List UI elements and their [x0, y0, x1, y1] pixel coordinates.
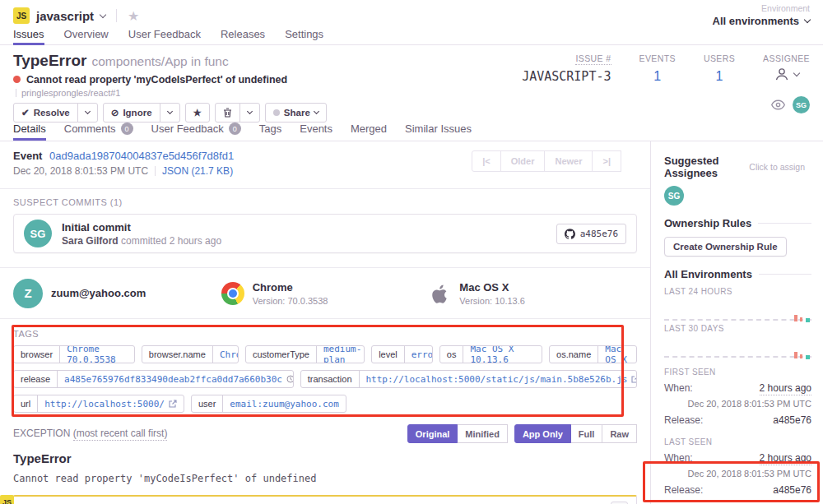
nav-item[interactable]: Issues — [13, 28, 44, 45]
stacktrace-toggle-button[interactable]: Minified — [457, 424, 508, 443]
project-name[interactable]: javascript — [36, 9, 94, 23]
pagination-button[interactable]: Newer — [544, 150, 593, 172]
suggested-assignee-avatar[interactable]: SG — [664, 186, 684, 206]
os-name: Mac OS X — [459, 281, 525, 294]
mute-icon: ⊘ — [111, 107, 119, 118]
events-count[interactable]: 1 — [639, 69, 676, 84]
tag-value[interactable]: Mac OS X — [597, 346, 636, 363]
github-icon — [565, 229, 575, 239]
issue-type: TypeError — [13, 52, 86, 69]
assignee-label: ASSIGNEE — [763, 53, 810, 63]
tags-row-3: url http://localhost:5000/ user email:zu… — [13, 395, 637, 413]
tag-pill: transaction http://localhost:5000/static… — [300, 370, 637, 388]
commit-meta: committed 2 hours ago — [121, 235, 221, 247]
suspect-commits-heading: SUSPECT COMMITS (1) — [13, 197, 637, 207]
pagination-button[interactable]: Older — [500, 150, 546, 172]
tag-value[interactable]: medium-plan — [316, 346, 365, 363]
project-nav: Issues Overview User Feedback Releases S… — [13, 28, 810, 45]
os-version: 10.13.6 — [495, 296, 525, 306]
share-button[interactable]: Share — [265, 103, 327, 123]
event-label: Event — [13, 150, 42, 162]
issue-header: TypeErrorcomponents/App in func Cannot r… — [0, 45, 823, 119]
tab[interactable]: Merged — [351, 123, 387, 141]
divider — [155, 166, 156, 176]
trash-icon — [223, 108, 232, 118]
browser-version: 70.0.3538 — [287, 296, 328, 306]
tag-value[interactable]: email:zuum@yahoo.com — [222, 395, 345, 412]
users-count[interactable]: 1 — [704, 69, 735, 84]
tab[interactable]: Comments 0 — [64, 123, 133, 141]
ownership-rules-title: Ownership Rules — [664, 217, 751, 229]
chevron-down-icon — [166, 109, 172, 114]
tag-value[interactable]: a485e765976df833490deab2ffca0dd7a660b30c — [57, 371, 294, 387]
divider — [116, 9, 117, 22]
commit-sha-button[interactable]: a485e76 — [556, 224, 626, 244]
tab[interactable]: Details — [13, 123, 46, 141]
stacktrace-toggle-button[interactable]: Full — [570, 424, 603, 443]
tag-value[interactable]: Chrome — [212, 346, 239, 363]
check-icon: ✔ — [21, 107, 30, 118]
tag-value[interactable]: http://localhost:5000/static/js/main.5b8… — [359, 371, 638, 387]
linked-issue-annotation[interactable]: pringlesprongles/react#1 — [21, 88, 120, 98]
tag-value[interactable]: http://localhost:5000/ — [37, 395, 184, 412]
tab[interactable]: Events — [300, 123, 332, 141]
pagination-button[interactable]: >| — [592, 150, 621, 172]
stacktrace-toggle-button[interactable]: Raw — [602, 424, 637, 443]
first-seen-release-link[interactable]: a485e76 — [773, 414, 811, 426]
tab[interactable]: Tags — [259, 123, 281, 141]
tab-count-badge: 0 — [121, 123, 133, 135]
tag-key: browser.name — [142, 346, 212, 363]
tag-key: os — [440, 346, 463, 363]
tags-row-1: browser Chrome 70.0.3538 browser.name Ch… — [13, 345, 637, 363]
exception-section: EXCEPTION (most recent call first) Origi… — [0, 416, 650, 504]
tag-pill: url http://localhost:5000/ — [13, 395, 184, 413]
nav-item[interactable]: Settings — [285, 28, 323, 45]
eye-icon[interactable] — [771, 99, 785, 110]
clock-icon[interactable] — [286, 375, 294, 383]
pagination-button[interactable]: |< — [472, 150, 501, 172]
tags-row-2: release a485e765976df833490deab2ffca0dd7… — [13, 370, 637, 388]
stacktrace-toggles: Original Minified App Only Full Raw — [407, 424, 637, 443]
tab[interactable]: Similar Issues — [405, 123, 472, 141]
delete-dropdown-button[interactable] — [239, 103, 260, 123]
event-json-link[interactable]: JSON (21.7 KB) — [162, 165, 233, 177]
last-24-hours-sparkline — [664, 299, 811, 324]
commit-card: SG Initial commit Sara Gilford committed… — [13, 214, 637, 253]
star-button[interactable]: ★ — [185, 103, 210, 123]
nav-item[interactable]: Releases — [221, 28, 265, 45]
event-context-row: Z zuum@yahoo.com Chrome Version: 70.0.35… — [0, 268, 650, 319]
last-30-days-label: LAST 30 DAYS — [664, 324, 811, 333]
chevron-down-icon — [85, 109, 91, 114]
event-id-link[interactable]: 0ad9ada198704004837e5d456f7d8fd1 — [49, 150, 234, 162]
tab[interactable]: User Feedback 0 — [151, 123, 241, 141]
avatar[interactable]: SG — [793, 96, 810, 113]
stack-frame-header[interactable]: components/App.js in func at line 74:10 … — [14, 497, 636, 504]
event-pagination: |< Older Newer >| — [472, 150, 621, 172]
external-link-icon[interactable] — [169, 400, 177, 408]
error-level-dot — [13, 76, 21, 83]
person-icon — [774, 67, 789, 81]
stacktrace-toggle-button[interactable]: Original — [407, 424, 458, 443]
bookmark-star-icon[interactable]: ★ — [128, 8, 139, 24]
create-ownership-rule-button[interactable]: Create Ownership Rule — [664, 237, 787, 257]
last-seen-release-link[interactable]: a485e76 — [773, 484, 811, 496]
divider — [16, 89, 16, 97]
external-link-icon[interactable] — [631, 375, 637, 383]
tag-pill: os Mac OS X 10.13.6 — [439, 345, 542, 363]
tag-value[interactable]: Mac OS X 10.13.6 — [463, 346, 542, 363]
resolve-dropdown-button[interactable] — [77, 103, 98, 123]
nav-item[interactable]: User Feedback — [128, 28, 201, 45]
environment-selector[interactable]: All environments — [713, 15, 810, 27]
stacktrace-toggle-button[interactable]: App Only — [514, 424, 571, 443]
apple-icon — [429, 281, 451, 306]
assignee-selector[interactable] — [763, 67, 810, 81]
nav-item[interactable]: Overview — [64, 28, 109, 45]
delete-button[interactable] — [215, 103, 240, 123]
tag-value[interactable]: Chrome 70.0.3538 — [59, 346, 134, 363]
chevron-down-icon[interactable] — [100, 11, 106, 17]
ignore-button[interactable]: ⊘ Ignore — [103, 103, 160, 123]
avatar: SG — [24, 220, 52, 247]
ignore-dropdown-button[interactable] — [160, 103, 180, 123]
resolve-button[interactable]: ✔ Resolve — [13, 103, 78, 123]
tag-value[interactable]: error — [404, 346, 433, 363]
